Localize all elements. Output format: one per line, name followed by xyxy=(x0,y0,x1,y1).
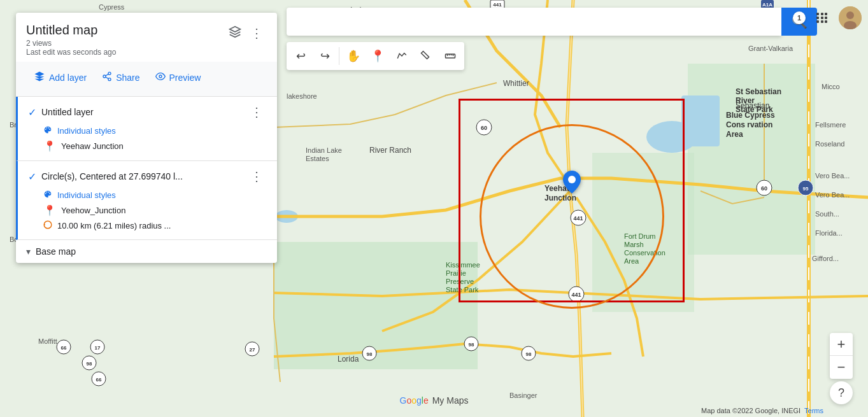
svg-text:Micco: Micco xyxy=(822,83,840,90)
svg-point-86 xyxy=(108,78,111,81)
layer-1-style-label[interactable]: Individual styles xyxy=(57,126,116,136)
svg-text:60: 60 xyxy=(481,125,487,131)
svg-text:Marsh: Marsh xyxy=(624,241,644,248)
svg-point-89 xyxy=(159,75,162,78)
svg-text:441: 441 xyxy=(573,215,583,222)
sidebar: Untitled map 2 views Last edit was secon… xyxy=(16,13,277,263)
sidebar-header: Untitled map 2 views Last edit was secon… xyxy=(16,13,277,62)
svg-text:95: 95 xyxy=(803,186,809,192)
layer-1-place-item: 📍 Yeehaw Junction xyxy=(28,138,267,154)
top-right-area: 1 xyxy=(793,6,862,29)
layer-2-place-item: 📍 Yeehow_Junction xyxy=(28,202,267,218)
svg-text:Fort Drum: Fort Drum xyxy=(624,232,656,240)
svg-point-85 xyxy=(103,75,106,78)
terms-link[interactable]: Terms xyxy=(804,407,823,414)
redo-button[interactable]: ↪ xyxy=(313,45,336,67)
layer-1: ✓ Untitled layer ⋮ Individual styles 📍 Y… xyxy=(16,97,277,161)
svg-text:Preserve: Preserve xyxy=(446,278,474,285)
svg-text:Conservation: Conservation xyxy=(624,249,665,257)
svg-line-87 xyxy=(106,77,109,79)
svg-text:Vero Bea...: Vero Bea... xyxy=(815,191,850,199)
place-icon-1: 📍 xyxy=(43,140,56,152)
svg-text:98: 98 xyxy=(87,361,92,367)
save-to-drive-button[interactable] xyxy=(226,23,244,43)
svg-text:State Park: State Park xyxy=(736,105,773,114)
layer-2-style-label[interactable]: Individual styles xyxy=(57,190,116,200)
zoom-in-button[interactable]: + xyxy=(830,333,853,356)
layer-2: ✓ Circle(s), Centered at 27.699740 l... … xyxy=(16,161,277,240)
sidebar-actions: Add layer Share Preview xyxy=(16,62,277,97)
path-tool-button[interactable] xyxy=(390,45,413,67)
svg-rect-9 xyxy=(681,95,720,146)
svg-text:Fellsmere: Fellsmere xyxy=(815,121,846,129)
search-input[interactable] xyxy=(287,8,781,36)
preview-button[interactable]: Preview xyxy=(148,67,209,88)
svg-text:Estates: Estates xyxy=(306,155,329,162)
base-map-label: Base map xyxy=(36,246,76,257)
svg-text:98: 98 xyxy=(526,351,532,357)
layer-2-place-label: Yeehow_Junction xyxy=(61,206,125,215)
layer-1-header: ✓ Untitled layer ⋮ xyxy=(28,103,267,121)
svg-point-84 xyxy=(108,72,111,74)
my-maps-brand: Google My Maps xyxy=(400,395,469,406)
style-icon-2 xyxy=(43,190,52,201)
layer-2-more-button[interactable]: ⋮ xyxy=(246,167,267,185)
svg-text:441: 441 xyxy=(571,292,581,298)
zoom-out-button[interactable]: − xyxy=(830,356,853,379)
svg-text:441: 441 xyxy=(493,2,502,8)
svg-line-88 xyxy=(106,74,109,76)
svg-text:Grant-Valkaria: Grant-Valkaria xyxy=(748,45,793,52)
share-button[interactable]: Share xyxy=(94,67,147,88)
hand-tool-button[interactable]: ✋ xyxy=(342,45,365,67)
svg-text:Cons rvation: Cons rvation xyxy=(726,120,772,129)
svg-text:Moffitt: Moffitt xyxy=(38,337,57,345)
layer-2-checkbox[interactable]: ✓ xyxy=(28,171,36,183)
style-icon xyxy=(43,125,52,136)
apps-button[interactable] xyxy=(811,6,834,29)
svg-text:Prairie: Prairie xyxy=(446,269,466,277)
layer-2-style: Individual styles xyxy=(28,188,267,202)
ruler-tool-button[interactable] xyxy=(415,45,438,67)
svg-text:Florida...: Florida... xyxy=(815,229,843,237)
toolbar-separator xyxy=(339,47,339,65)
add-layer-button[interactable]: Add layer xyxy=(26,67,94,88)
marker-tool-button[interactable]: 📍 xyxy=(366,45,389,67)
svg-point-83 xyxy=(568,176,576,183)
svg-text:Roseland: Roseland xyxy=(815,140,844,148)
notification-badge: 1 xyxy=(793,11,806,24)
svg-text:Cypress: Cypress xyxy=(99,3,125,11)
layer-2-header: ✓ Circle(s), Centered at 27.699740 l... … xyxy=(28,167,267,185)
svg-text:27: 27 xyxy=(250,347,255,353)
layer-2-name: Circle(s), Centered at 27.699740 l... xyxy=(41,171,183,181)
layer-2-circle-label: 10.00 km (6.21 miles) radius ... xyxy=(57,221,171,230)
svg-text:Lorida: Lorida xyxy=(338,355,359,364)
layer-1-more-button[interactable]: ⋮ xyxy=(246,103,267,121)
undo-button[interactable]: ↩ xyxy=(289,45,312,67)
svg-text:17: 17 xyxy=(95,345,101,351)
svg-text:A1A: A1A xyxy=(762,2,772,8)
place-marker[interactable] xyxy=(563,171,581,196)
map-more-options-button[interactable]: ⋮ xyxy=(246,24,267,42)
svg-text:River: River xyxy=(736,96,755,105)
base-map-section: ▾ Base map xyxy=(16,240,277,263)
user-avatar[interactable] xyxy=(839,6,862,29)
svg-text:Kissimmee: Kissimmee xyxy=(446,261,480,269)
svg-text:Basinger: Basinger xyxy=(509,392,537,399)
map-views: 2 views Last edit was seconds ago xyxy=(26,39,116,57)
svg-text:lakeshore: lakeshore xyxy=(287,92,317,100)
layer-1-style: Individual styles xyxy=(28,124,267,138)
svg-text:98: 98 xyxy=(469,342,474,348)
place-icon-2: 📍 xyxy=(43,204,56,216)
svg-text:Area: Area xyxy=(624,257,639,265)
svg-text:South...: South... xyxy=(815,210,839,218)
layer-1-name: Untitled layer xyxy=(41,107,94,117)
layer-1-checkbox[interactable]: ✓ xyxy=(28,106,36,118)
svg-text:60: 60 xyxy=(761,185,767,192)
layer-1-place-label: Yeehaw Junction xyxy=(61,141,124,151)
layer-2-circle-item: 10.00 km (6.21 miles) radius ... xyxy=(28,218,267,233)
help-button[interactable]: ? xyxy=(830,381,853,404)
svg-point-97 xyxy=(846,11,854,19)
share-icon xyxy=(102,71,112,84)
measure-tool-button[interactable] xyxy=(439,45,462,67)
svg-text:Whittier: Whittier xyxy=(503,79,529,88)
